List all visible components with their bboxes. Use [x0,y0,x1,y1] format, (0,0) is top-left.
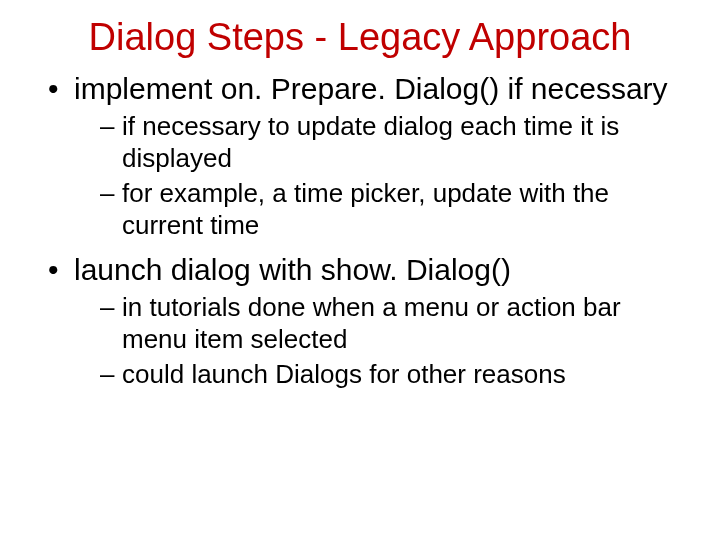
list-item: implement on. Prepare. Dialog() if neces… [40,71,680,242]
sub-list: if necessary to update dialog each time … [74,111,680,242]
sub-bullet-text: could launch Dialogs for other reasons [122,359,566,389]
slide: Dialog Steps - Legacy Approach implement… [0,0,720,540]
list-item: for example, a time picker, update with … [74,178,680,241]
sub-bullet-text: if necessary to update dialog each time … [122,111,619,173]
bullet-text: launch dialog with show. Dialog() [74,253,511,286]
list-item: could launch Dialogs for other reasons [74,359,680,391]
bullet-text: implement on. Prepare. Dialog() if neces… [74,72,668,105]
list-item: if necessary to update dialog each time … [74,111,680,174]
sub-bullet-text: in tutorials done when a menu or action … [122,292,621,354]
sub-bullet-text: for example, a time picker, update with … [122,178,609,240]
sub-list: in tutorials done when a menu or action … [74,292,680,391]
list-item: in tutorials done when a menu or action … [74,292,680,355]
list-item: launch dialog with show. Dialog() in tut… [40,252,680,391]
slide-title: Dialog Steps - Legacy Approach [40,16,680,59]
bullet-list: implement on. Prepare. Dialog() if neces… [40,71,680,391]
